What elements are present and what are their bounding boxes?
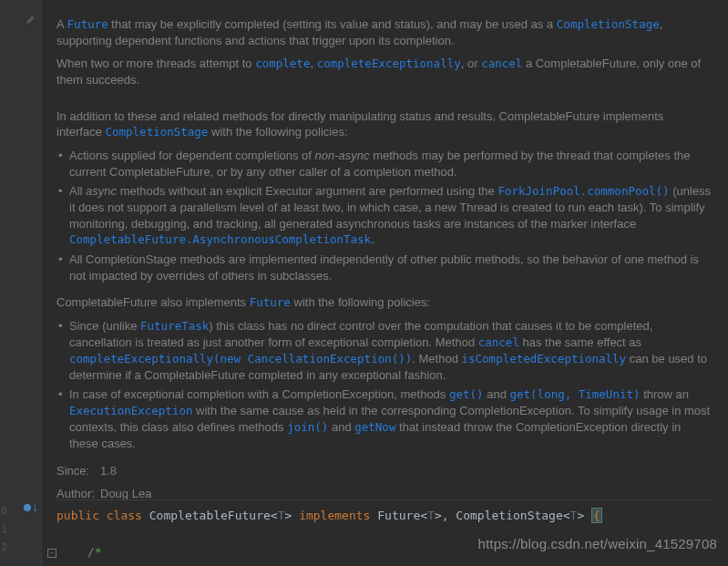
doc-list: Since (unlike FutureTask) this class has… (56, 318, 712, 451)
doc-paragraph: When two or more threads attempt to comp… (56, 56, 712, 87)
watermark-text: https://blog.csdn.net/weixin_41529708 (477, 534, 717, 553)
method-link-complete[interactable]: complete (255, 57, 310, 70)
javadoc-panel: A Future that may be explicitly complete… (56, 16, 712, 509)
method-link-iscompletedexceptionally[interactable]: isCompletedExceptionally (462, 352, 627, 365)
doc-list: Actions supplied for dependent completio… (56, 148, 712, 283)
method-link-join[interactable]: join() (287, 420, 328, 434)
list-item: All CompletionStage methods are implemen… (69, 252, 712, 283)
type-link-completionstage[interactable]: CompletionStage (105, 125, 208, 139)
list-item: Since (unlike FutureTask) this class has… (69, 318, 712, 383)
pencil-icon[interactable] (26, 13, 35, 22)
doc-paragraph: A Future that may be explicitly complete… (56, 16, 712, 48)
type-link-future[interactable]: Future (67, 17, 108, 31)
method-link-getnow[interactable]: getNow (354, 420, 395, 434)
doc-paragraph: CompletableFuture also implements Future… (56, 294, 712, 311)
line-numbers: 0 1 2 (2, 502, 7, 557)
method-link-completeexceptionally[interactable]: completeExceptionally (317, 57, 461, 70)
doc-since: Since:1.8 (56, 463, 712, 479)
type-link-completablefuture[interactable]: CompletableFuture (69, 232, 186, 246)
code-line-comment[interactable]: /* (87, 544, 102, 561)
method-link-cancel[interactable]: cancel (478, 335, 519, 349)
code-line-declaration[interactable]: public class CompletableFuture<T> implem… (56, 499, 712, 524)
doc-paragraph: In addition to these and related methods… (56, 108, 712, 140)
list-item: In case of exceptional completion with a… (69, 386, 712, 451)
override-icon[interactable]: ↓ (24, 499, 38, 517)
editor-gutter: 0 1 2 ↓ (0, 0, 42, 566)
method-link-cancel[interactable]: cancel (481, 57, 522, 70)
method-link-getlong[interactable]: get(long, TimeUnit) (510, 387, 641, 401)
list-item: All async methods without an explicit Ex… (69, 183, 712, 248)
list-item: Actions supplied for dependent completio… (69, 148, 712, 180)
fold-icon[interactable]: − (47, 549, 56, 558)
type-link-asynccompletiontask[interactable]: AsynchronousCompletionTask (192, 232, 371, 246)
type-link-future[interactable]: Future (250, 295, 291, 309)
type-link-forkjoinpool[interactable]: ForkJoinPool (497, 184, 579, 198)
method-link-commonpool[interactable]: commonPool() (587, 184, 669, 198)
type-link-completionstage[interactable]: CompletionStage (557, 17, 660, 31)
type-link-futuretask[interactable]: FutureTask (140, 319, 209, 333)
method-link-get[interactable]: get() (449, 387, 484, 401)
matched-brace: { (591, 508, 602, 523)
type-link-executionexception[interactable]: ExecutionException (69, 404, 192, 417)
